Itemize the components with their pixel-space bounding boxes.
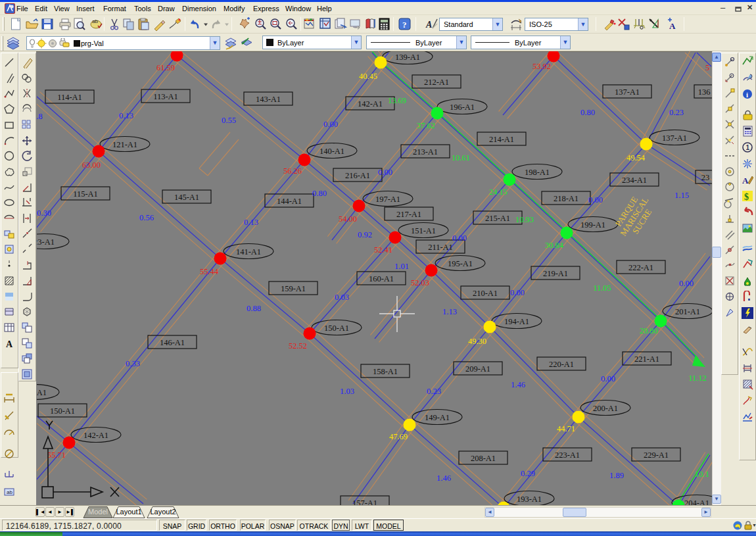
svg-text:149-A1: 149-A1 <box>425 413 450 422</box>
svg-text:200-A1: 200-A1 <box>593 404 618 413</box>
svg-text:195-A1: 195-A1 <box>448 259 473 268</box>
svg-text:234-A1: 234-A1 <box>622 176 647 185</box>
svg-text:222-A1: 222-A1 <box>628 263 653 272</box>
svg-text:10.93: 10.93 <box>515 215 534 224</box>
svg-text:11.05: 11.05 <box>593 283 611 293</box>
svg-text:0.00: 0.00 <box>601 374 615 383</box>
svg-text:0.00: 0.00 <box>323 120 338 129</box>
svg-text:0.00: 0.00 <box>588 195 603 205</box>
svg-text:A: A <box>425 20 432 30</box>
svg-text:214-A1: 214-A1 <box>489 135 514 144</box>
svg-text:47.69: 47.69 <box>389 432 408 441</box>
svg-text:121-A1: 121-A1 <box>112 140 137 149</box>
svg-text:136: 136 <box>698 87 711 97</box>
svg-text:20.80: 20.80 <box>640 326 658 335</box>
svg-text:204-A1: 204-A1 <box>684 499 709 506</box>
svg-text:56.26: 56.26 <box>283 166 302 176</box>
svg-text:49.54: 49.54 <box>626 153 646 162</box>
svg-text:52.03: 52.03 <box>411 278 429 287</box>
svg-text:146-A1: 146-A1 <box>160 338 185 347</box>
svg-text:55.44: 55.44 <box>200 267 219 276</box>
svg-text:0.23: 0.23 <box>427 387 441 396</box>
svg-text:0.23: 0.23 <box>669 108 684 117</box>
svg-text:0.56: 0.56 <box>139 213 154 222</box>
svg-text:0.13: 0.13 <box>244 218 258 227</box>
svg-text:i: i <box>746 91 748 99</box>
svg-text:216-A1: 216-A1 <box>345 171 370 180</box>
svg-text:23: 23 <box>701 173 710 182</box>
svg-text:10.1: 10.1 <box>695 470 709 479</box>
svg-text:1.03: 1.03 <box>340 387 354 396</box>
svg-text:160-A1: 160-A1 <box>369 274 394 283</box>
svg-text:158-A1: 158-A1 <box>373 367 398 376</box>
svg-text:0.55: 0.55 <box>222 116 236 125</box>
svg-text:0.13: 0.13 <box>119 111 133 120</box>
svg-text:0.00: 0.00 <box>378 168 392 177</box>
svg-text:137-A1: 137-A1 <box>662 134 687 143</box>
svg-text:55.71: 55.71 <box>47 451 66 460</box>
svg-text:217-A1: 217-A1 <box>396 210 421 219</box>
svg-text:23-A1: 23-A1 <box>37 237 55 247</box>
svg-text:1.15: 1.15 <box>674 191 689 200</box>
svg-text:212-A1: 212-A1 <box>424 78 449 87</box>
svg-text:A: A <box>6 339 13 349</box>
svg-text:219-A1: 219-A1 <box>543 269 568 278</box>
svg-text:114-A1: 114-A1 <box>57 93 82 102</box>
svg-text:61.59: 61.59 <box>156 63 175 72</box>
svg-text:52.52: 52.52 <box>289 341 307 351</box>
svg-text:141-A1: 141-A1 <box>236 247 261 256</box>
svg-text:30.84: 30.84 <box>545 241 564 250</box>
svg-text:140-A1: 140-A1 <box>319 147 344 156</box>
svg-text:0.30: 0.30 <box>37 208 51 218</box>
svg-text:10.61: 10.61 <box>452 153 470 162</box>
svg-text:49.30: 49.30 <box>468 337 486 346</box>
svg-text:0.80: 0.80 <box>312 189 327 198</box>
svg-text:63.00: 63.00 <box>82 160 101 170</box>
svg-text:113-A1: 113-A1 <box>153 92 178 101</box>
svg-text:197-A1: 197-A1 <box>375 195 400 204</box>
svg-text:196-A1: 196-A1 <box>450 103 475 112</box>
svg-text:0.03: 0.03 <box>335 293 349 302</box>
svg-text:0.00: 0.00 <box>452 233 467 243</box>
svg-text:144-A1: 144-A1 <box>277 197 302 206</box>
svg-text:37.62: 37.62 <box>417 121 435 130</box>
svg-text:0.88: 0.88 <box>247 304 261 313</box>
svg-text:142-A1: 142-A1 <box>358 99 383 109</box>
svg-text:ab: ab <box>7 489 12 495</box>
svg-text:211-A1: 211-A1 <box>428 243 453 252</box>
svg-text:54.00: 54.00 <box>339 214 357 224</box>
svg-text:208-A1: 208-A1 <box>471 454 496 463</box>
svg-text:1.89: 1.89 <box>609 471 624 480</box>
svg-text:0.80: 0.80 <box>580 108 595 117</box>
svg-text:0.00: 0.00 <box>510 288 525 297</box>
svg-text:150-A1: 150-A1 <box>324 324 349 333</box>
svg-text:150-A1: 150-A1 <box>50 406 75 416</box>
svg-text:209-A1: 209-A1 <box>465 364 490 374</box>
svg-text:0.33: 0.33 <box>126 359 140 368</box>
svg-text:24.15: 24.15 <box>489 187 508 197</box>
svg-text:ab: ab <box>92 18 98 24</box>
svg-text:0.00: 0.00 <box>679 279 694 288</box>
svg-text:157-A1: 157-A1 <box>352 499 377 506</box>
svg-text:44.71: 44.71 <box>557 424 575 433</box>
svg-text:198-A1: 198-A1 <box>525 168 550 177</box>
svg-text:229-A1: 229-A1 <box>644 451 669 460</box>
svg-text:151-A1: 151-A1 <box>411 226 436 235</box>
svg-text:215-A1: 215-A1 <box>485 214 510 223</box>
svg-text:.8: .8 <box>37 112 43 121</box>
svg-text:13.69: 13.69 <box>388 96 406 105</box>
svg-text:221-A1: 221-A1 <box>634 354 659 364</box>
svg-text:0.29: 0.29 <box>521 469 535 478</box>
svg-text:?: ? <box>402 20 407 30</box>
svg-text:115-A1: 115-A1 <box>73 189 98 199</box>
svg-text:193-A1: 193-A1 <box>517 495 542 504</box>
svg-text:159-A1: 159-A1 <box>281 284 306 293</box>
svg-text:11.12: 11.12 <box>688 374 707 383</box>
svg-text:1: 1 <box>746 144 750 151</box>
svg-text:$: $ <box>744 192 749 202</box>
svg-text:53.92: 53.92 <box>532 62 551 71</box>
svg-text:143-A1: 143-A1 <box>256 95 281 104</box>
svg-text:1.46: 1.46 <box>511 380 525 389</box>
svg-text:139-A1: 139-A1 <box>395 53 420 62</box>
svg-text:220-A1: 220-A1 <box>549 360 574 369</box>
